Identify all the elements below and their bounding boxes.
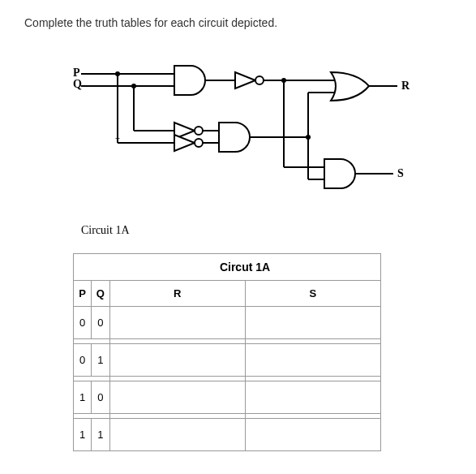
cell-r[interactable] [109, 344, 245, 377]
table-row: 0 1 [74, 344, 381, 377]
not-gate-1 [235, 72, 255, 88]
cell-r[interactable] [109, 381, 245, 414]
or-gate-r [331, 72, 369, 101]
cell-p: 1 [74, 419, 92, 451]
cell-p: 0 [74, 344, 92, 377]
and-gate-2 [219, 123, 250, 152]
table-row: 0 0 [74, 307, 381, 339]
header-r: R [109, 281, 245, 307]
svg-point-7 [255, 76, 264, 84]
circuit-svg: P Q [73, 62, 414, 208]
table-title: Circut 1A [109, 254, 380, 281]
cell-s[interactable] [245, 344, 380, 377]
cell-p: 0 [74, 307, 92, 339]
svg-point-20 [195, 139, 203, 147]
cell-s[interactable] [245, 307, 380, 339]
truth-table-container: Circut 1A P Q R S 0 0 0 1 1 0 [73, 253, 381, 451]
cell-q: 0 [92, 381, 109, 414]
cell-q: 0 [92, 307, 109, 339]
cell-q: 1 [92, 419, 109, 451]
cell-q: 1 [92, 344, 109, 377]
cell-s[interactable] [245, 381, 380, 414]
header-s: S [245, 281, 380, 307]
svg-point-11 [195, 127, 203, 135]
cell-s[interactable] [245, 419, 380, 451]
output-s-label: S [397, 167, 404, 179]
and-gate-3 [324, 159, 355, 188]
table-row: 1 1 [74, 419, 381, 451]
cell-r[interactable] [109, 419, 245, 451]
circuit-name-label: Circuit 1A [81, 224, 452, 237]
circuit-diagram: P Q [73, 62, 414, 208]
and-gate-1 [174, 66, 205, 95]
truth-table: Circut 1A P Q R S 0 0 0 1 1 0 [73, 253, 381, 451]
input-p-label: P [73, 67, 80, 79]
cell-p: 1 [74, 381, 92, 414]
instruction-text: Complete the truth tables for each circu… [24, 16, 452, 29]
table-row: 1 0 [74, 381, 381, 414]
cell-r[interactable] [109, 307, 245, 339]
input-q-label: Q [73, 78, 82, 90]
header-q: Q [92, 281, 109, 307]
header-p: P [74, 281, 92, 307]
output-r-label: R [401, 80, 410, 92]
